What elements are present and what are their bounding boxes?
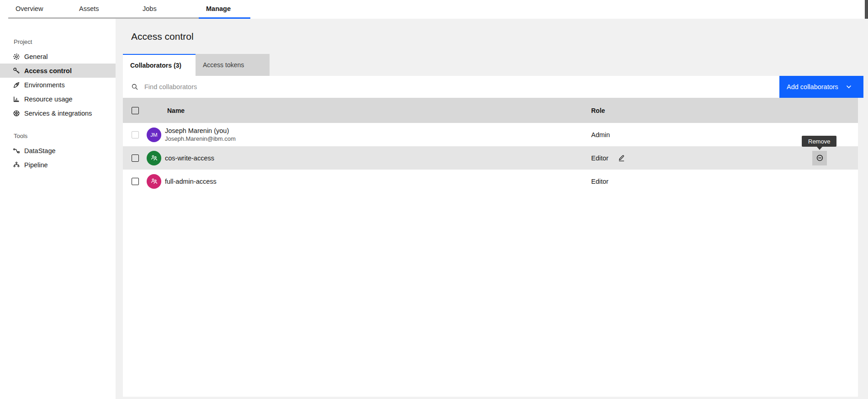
sidebar-item-label: Access control bbox=[24, 67, 72, 74]
bar-chart-icon bbox=[13, 96, 20, 103]
collaborator-name: full-admin-access bbox=[165, 178, 591, 185]
avatar: JM bbox=[147, 128, 161, 142]
sidebar-item-services-integrations[interactable]: Services & integrations bbox=[0, 106, 116, 120]
pipeline-icon bbox=[13, 161, 20, 169]
role-value: Admin bbox=[591, 131, 610, 138]
row-checkbox[interactable] bbox=[132, 154, 139, 162]
collaborators-table: Name Role JM Joseph Marenin (you) Joseph… bbox=[123, 98, 858, 397]
sidebar: Project General Access control Environme… bbox=[0, 19, 116, 399]
role-value: Editor bbox=[591, 154, 609, 162]
key-icon bbox=[13, 67, 20, 74]
remove-tooltip: Remove bbox=[802, 136, 836, 147]
sidebar-section-tools: Tools bbox=[14, 133, 116, 139]
content-tabs: Collaborators (3) Access tokens bbox=[123, 54, 270, 76]
collaborator-name: cos-write-access bbox=[165, 154, 591, 162]
remove-tooltip-label: Remove bbox=[808, 138, 830, 145]
nav-tab-jobs[interactable]: Jobs bbox=[135, 0, 199, 19]
table-row: JM Joseph Marenin (you) Joseph.Marenin@i… bbox=[123, 123, 858, 146]
edit-pencil-icon bbox=[618, 154, 625, 162]
remove-collaborator-button[interactable] bbox=[812, 151, 827, 165]
scrollbar-thumb[interactable] bbox=[865, 0, 868, 20]
sidebar-item-access-control[interactable]: Access control bbox=[0, 64, 116, 78]
sidebar-item-label: Services & integrations bbox=[24, 110, 92, 117]
datastage-icon bbox=[13, 147, 20, 154]
table-row: full-admin-access Editor bbox=[123, 170, 858, 193]
edit-role-button[interactable] bbox=[618, 154, 626, 162]
main-content: Access control Collaborators (3) Access … bbox=[116, 19, 868, 399]
sidebar-item-label: Pipeline bbox=[24, 161, 48, 169]
group-icon bbox=[150, 154, 158, 162]
avatar bbox=[147, 174, 161, 189]
sidebar-item-label: Environments bbox=[24, 81, 65, 89]
avatar bbox=[147, 151, 161, 165]
avatar-initials: JM bbox=[150, 132, 157, 138]
sidebar-item-pipeline[interactable]: Pipeline bbox=[0, 158, 116, 172]
tab-access-tokens[interactable]: Access tokens bbox=[196, 54, 270, 76]
sidebar-item-label: General bbox=[24, 53, 48, 60]
column-header-role: Role bbox=[591, 107, 858, 114]
table-header-row: Name Role bbox=[123, 98, 858, 123]
page-title: Access control bbox=[131, 31, 194, 42]
collaborator-email: Joseph.Marenin@ibm.com bbox=[165, 135, 591, 142]
chevron-down-icon bbox=[846, 85, 852, 89]
access-control-page: Overview Assets Jobs Manage Project Gene… bbox=[0, 0, 868, 399]
group-icon bbox=[150, 177, 158, 185]
search-input[interactable] bbox=[144, 76, 779, 98]
sidebar-item-resource-usage[interactable]: Resource usage bbox=[0, 92, 116, 106]
row-checkbox[interactable] bbox=[132, 178, 139, 185]
sidebar-section-project: Project bbox=[14, 39, 116, 45]
sidebar-item-general[interactable]: General bbox=[0, 49, 116, 64]
row-checkbox[interactable] bbox=[132, 131, 139, 138]
collaborator-name: Joseph Marenin (you) bbox=[165, 127, 591, 134]
search-icon bbox=[131, 83, 138, 90]
nav-tab-manage[interactable]: Manage bbox=[199, 0, 250, 19]
sidebar-item-label: Resource usage bbox=[24, 96, 73, 103]
role-value: Editor bbox=[591, 178, 609, 185]
search-box bbox=[123, 76, 779, 98]
nav-tab-assets[interactable]: Assets bbox=[72, 0, 135, 19]
gear-icon bbox=[13, 53, 20, 60]
remove-icon bbox=[816, 154, 824, 162]
sidebar-item-datastage[interactable]: DataStage bbox=[0, 144, 116, 158]
column-header-name: Name bbox=[147, 107, 591, 114]
rocket-icon bbox=[13, 81, 20, 89]
wheel-icon bbox=[13, 110, 20, 117]
sidebar-item-environments[interactable]: Environments bbox=[0, 78, 116, 92]
table-row: cos-write-access Editor bbox=[123, 146, 858, 170]
add-collaborators-label: Add collaborators bbox=[787, 83, 838, 90]
top-nav: Overview Assets Jobs Manage bbox=[0, 0, 868, 19]
add-collaborators-button[interactable]: Add collaborators bbox=[779, 76, 863, 98]
select-all-checkbox[interactable] bbox=[132, 107, 139, 114]
sidebar-item-label: DataStage bbox=[24, 147, 56, 154]
tab-collaborators[interactable]: Collaborators (3) bbox=[123, 54, 196, 76]
nav-tab-overview[interactable]: Overview bbox=[8, 0, 72, 19]
collaborators-toolbar: Add collaborators bbox=[123, 76, 863, 98]
